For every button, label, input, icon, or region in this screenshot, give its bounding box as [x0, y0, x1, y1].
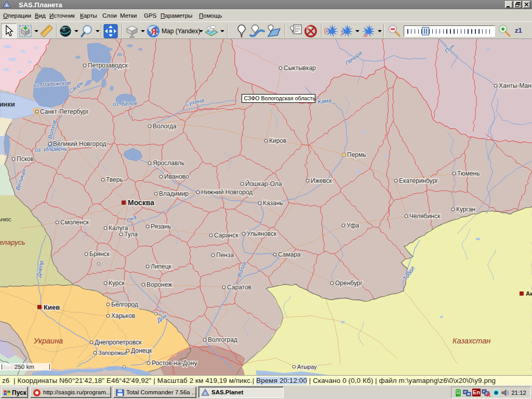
svg-text:Ижевск: Ижевск [311, 177, 332, 184]
svg-text:Курган: Курган [456, 206, 475, 213]
svg-text:Беларусь: Беларусь [0, 238, 25, 246]
svg-text:Сыктывкар: Сыктывкар [284, 64, 316, 72]
svg-text:250 km: 250 km [15, 364, 34, 370]
svg-text:Запорожье: Запорожье [98, 350, 127, 356]
svg-text:Атырау: Атырау [297, 364, 317, 370]
svg-text:Екатеринбург: Екатеринбург [399, 177, 438, 184]
svg-text:Самара: Самара [278, 251, 301, 258]
svg-text:Хельсинки: Хельсинки [0, 100, 15, 108]
svg-text:Саратов: Саратов [227, 284, 251, 291]
svg-text:Псков: Псков [17, 155, 34, 163]
svg-text:Пермь: Пермь [347, 151, 366, 158]
svg-text:Киров: Киров [269, 137, 286, 144]
svg-text:q: q [456, 394, 458, 397]
svg-text:Смоленск: Смоленск [60, 219, 89, 226]
svg-text:Уфа: Уфа [347, 222, 359, 229]
svg-text:Оренбург: Оренбург [335, 280, 363, 287]
svg-text:Москва: Москва [128, 198, 154, 207]
svg-text:Санкт-Петербург: Санкт-Петербург [40, 108, 89, 115]
svg-text:Казахстан: Казахстан [453, 337, 490, 345]
svg-text:Липецк: Липецк [151, 263, 172, 270]
svg-text:Ростов-на-Дону: Ростов-на-Дону [152, 360, 197, 367]
svg-text:Тула: Тула [124, 231, 138, 238]
svg-text:оз. Ильмень: оз. Ильмень [35, 145, 68, 153]
svg-text:Воронеж: Воронеж [147, 281, 172, 288]
svg-text:Тюмень: Тюмень [457, 170, 480, 177]
svg-text:Ярославль: Ярославль [153, 159, 184, 167]
svg-text:Харьков: Харьков [111, 312, 135, 320]
svg-text:Пенза: Пенза [216, 251, 234, 259]
svg-text:Ульяновск: Ульяновск [247, 230, 277, 237]
svg-text:Белгород: Белгород [111, 301, 138, 308]
svg-text:Днепропетровск: Днепропетровск [95, 339, 142, 346]
svg-text:Казань: Казань [263, 200, 283, 207]
svg-text:Вильнюс: Вильнюс [0, 216, 11, 222]
svg-text:Я: Я [151, 26, 157, 36]
svg-text:Петрозаводск: Петрозаводск [88, 62, 128, 69]
svg-text:СЗФО Вологодская область: СЗФО Вологодская область [244, 95, 316, 101]
svg-text:Тверь: Тверь [106, 176, 123, 183]
svg-text:Донецк: Донецк [131, 347, 152, 354]
svg-text:Владимир: Владимир [159, 190, 189, 197]
svg-text:Брянск: Брянск [89, 250, 110, 258]
svg-text:Саранск: Саранск [214, 232, 238, 239]
svg-text:Ханты-Ман: Ханты-Ман [499, 82, 531, 89]
svg-text:Челябинск: Челябинск [409, 212, 441, 220]
svg-text:Йошкар-Ола: Йошкар-Ола [245, 180, 282, 188]
svg-text:Курск: Курск [109, 280, 125, 287]
svg-text:Рязань: Рязань [151, 223, 171, 230]
svg-text:Ак: Ак [526, 290, 532, 297]
svg-text:Волгоград: Волгоград [208, 336, 237, 343]
svg-text:Киев: Киев [44, 303, 60, 311]
svg-text:Нижний Новгород: Нижний Новгород [201, 189, 252, 196]
svg-text:Вологда: Вологда [153, 123, 177, 130]
svg-text:оз. Белое: оз. Белое [113, 100, 138, 107]
svg-text:Иваново: Иваново [164, 173, 189, 180]
svg-text:Украина: Украина [33, 337, 63, 345]
